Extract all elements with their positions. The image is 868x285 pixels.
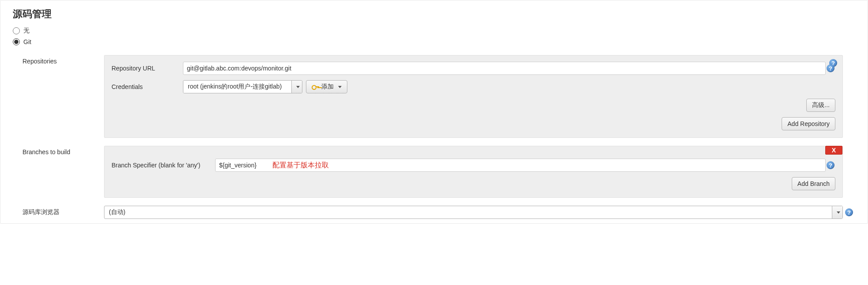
chevron-down-icon (296, 86, 300, 88)
add-branch-label: Add Branch (797, 180, 830, 187)
add-branch-button[interactable]: Add Branch (792, 177, 835, 190)
branches-label: Branches to build (22, 146, 104, 155)
credentials-row: Credentials root (jenkins的root用户-连接gitla… (112, 80, 835, 93)
scm-option-git-label: Git (23, 38, 31, 45)
help-icon[interactable]: ? (845, 208, 853, 216)
add-credentials-label: 添加 (321, 83, 334, 91)
repo-browser-row: 源码库浏览器 (自动) ? (22, 206, 855, 219)
chevron-down-icon (837, 211, 840, 214)
repositories-label: Repositories (22, 55, 104, 65)
scm-section: 源码管理 无 Git Repositories ? Repository URL (0, 0, 868, 224)
scm-option-git[interactable]: Git (0, 37, 868, 47)
repo-browser-label: 源码库浏览器 (22, 206, 104, 216)
branches-row: Branches to build X Branch Specifier (bl… (22, 146, 855, 198)
help-icon[interactable]: ? (827, 161, 834, 169)
branch-specifier-row: Branch Specifier (blank for 'any') 配置基于版… (112, 159, 835, 172)
repositories-panel: ? Repository URL ? Credentials (104, 55, 843, 138)
add-credentials-button[interactable]: 添加 (306, 80, 347, 93)
credentials-label: Credentials (112, 83, 183, 90)
add-repository-label: Add Repository (787, 120, 830, 127)
advanced-button[interactable]: 高级... (806, 99, 835, 112)
help-icon[interactable]: ? (827, 64, 834, 72)
branches-panel: X Branch Specifier (blank for 'any') 配置基… (104, 146, 843, 198)
repo-url-label: Repository URL (112, 65, 183, 72)
branch-specifier-input[interactable] (215, 159, 826, 172)
git-form-area: Repositories ? Repository URL ? Cr (0, 55, 868, 223)
scm-radio-git[interactable] (13, 38, 20, 45)
advanced-button-label: 高级... (812, 101, 830, 109)
scm-radio-none[interactable] (13, 27, 20, 34)
branch-specifier-label: Branch Specifier (blank for 'any') (112, 162, 215, 169)
section-title: 源码管理 (0, 0, 868, 25)
repo-browser-value: (自动) (104, 206, 832, 218)
repo-url-row: Repository URL ? (112, 62, 835, 75)
chevron-down-icon (338, 86, 342, 88)
credentials-dropdown-button[interactable] (291, 81, 302, 93)
credentials-value: root (jenkins的root用户-连接gitlab) (183, 81, 291, 93)
add-repository-button[interactable]: Add Repository (782, 117, 835, 130)
scm-option-none-label: 无 (23, 27, 30, 35)
repo-browser-select[interactable]: (自动) (104, 206, 843, 219)
delete-branch-button[interactable]: X (825, 146, 842, 155)
repo-url-input[interactable] (183, 62, 826, 75)
repositories-row: Repositories ? Repository URL ? Cr (22, 55, 855, 138)
key-icon (312, 85, 319, 89)
credentials-select[interactable]: root (jenkins的root用户-连接gitlab) (183, 80, 302, 93)
scm-option-none[interactable]: 无 (0, 25, 868, 37)
repo-browser-dropdown-button[interactable] (832, 206, 842, 218)
